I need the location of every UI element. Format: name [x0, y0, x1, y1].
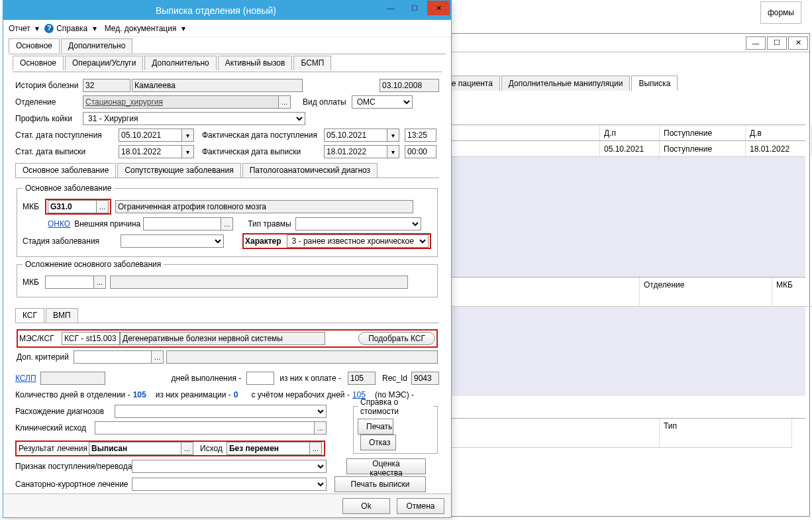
bed-profile-label: Профиль койки: [15, 114, 83, 123]
ext-cause-field[interactable]: [143, 217, 221, 231]
complication-mkb-picker[interactable]: …: [94, 276, 106, 289]
tab-main-top[interactable]: Основное: [9, 38, 60, 53]
tab-additional[interactable]: Дополнительно: [144, 56, 216, 70]
fact-admission-date-picker[interactable]: ▾: [387, 129, 399, 142]
admission-sign-select[interactable]: [132, 460, 327, 473]
tab-bsmp[interactable]: БСМП: [293, 56, 331, 70]
days-dept-label: Количество дней в отделении -: [15, 390, 130, 399]
cost-print-button[interactable]: Печать: [358, 419, 393, 435]
quality-button[interactable]: Оценка качества: [346, 458, 426, 474]
days-exec-label: дней выполнения -: [172, 374, 242, 383]
ksg-desc-field: [120, 332, 325, 345]
department-picker-button[interactable]: …: [279, 95, 291, 109]
dialog-title: Выписка отделения (новый): [156, 5, 276, 16]
dialog-minimize-button[interactable]: —: [380, 1, 402, 15]
outcome-label: Исход: [200, 444, 223, 453]
tab-vmp[interactable]: ВМП: [46, 308, 78, 323]
clinical-outcome-field[interactable]: [95, 421, 315, 435]
paytype-select[interactable]: ОМС: [352, 95, 413, 109]
injury-type-select[interactable]: [295, 217, 421, 231]
stat-discharge-date[interactable]: [119, 145, 182, 158]
tab-main[interactable]: Основное: [13, 56, 64, 70]
recid-label: Rec_Id: [382, 374, 407, 383]
dialog-footer: Ok Отмена: [3, 494, 451, 517]
mkb-code-field[interactable]: [48, 200, 97, 213]
recid-field: [411, 372, 439, 385]
paytype-label: Вид оплаты: [303, 97, 346, 107]
fact-discharge-date[interactable]: [324, 145, 387, 158]
menu-meddoc[interactable]: Мед. документация ▾: [105, 24, 185, 33]
history-label: История болезни: [15, 81, 83, 90]
outcome-picker-button[interactable]: …: [310, 442, 322, 455]
tab-additional-top[interactable]: Дополнительно: [61, 38, 132, 53]
sanatory-select[interactable]: [132, 478, 327, 491]
bg-toolbar-forms-button[interactable]: формы: [760, 1, 801, 24]
bg-close-button[interactable]: ✕: [788, 36, 808, 50]
tab-main-diagnosis[interactable]: Основное заболевание: [15, 163, 116, 178]
rean-label: из них реанимации -: [156, 390, 231, 399]
ksg-highlight: МЭС/КСГ Подобрать КСГ: [17, 329, 438, 348]
admission-sign-label: Признак поступления/перевода: [15, 462, 132, 471]
cost-legend: Справка о стоимости: [358, 397, 433, 416]
stat-admission-date[interactable]: [119, 129, 182, 142]
rean-value: 0: [234, 390, 238, 399]
tab-comorbid[interactable]: Сопутствующие заболевания: [117, 163, 240, 178]
discharge-dialog: Выписка отделения (новый) — ☐ ✕ Отчет ▾ …: [3, 0, 452, 518]
menu-help[interactable]: Справка ▾: [56, 24, 96, 33]
disease-stage-select[interactable]: [121, 234, 224, 248]
tab-ksg[interactable]: КСГ: [15, 308, 44, 323]
print-discharge-button[interactable]: Печать выписки: [334, 476, 426, 492]
ext-cause-label: Внешняя причина: [74, 219, 140, 229]
department-field[interactable]: [83, 95, 279, 109]
fact-admission-time[interactable]: [405, 129, 436, 142]
bg-minimize-button[interactable]: —: [746, 36, 766, 50]
stat-discharge-label: Стат. дата выписки: [15, 147, 119, 156]
onko-link[interactable]: ОНКО: [48, 219, 70, 229]
clinical-outcome-picker[interactable]: …: [315, 421, 327, 435]
dialog-titlebar[interactable]: Выписка отделения (новый) — ☐ ✕: [3, 1, 451, 20]
fact-discharge-date-picker[interactable]: ▾: [387, 145, 399, 158]
stat-admission-label: Стат. дата поступления: [15, 130, 119, 140]
divergence-select[interactable]: [115, 405, 327, 418]
mkb-highlight: …: [45, 199, 111, 215]
menu-report[interactable]: Отчет ▾: [9, 24, 39, 33]
tab-pathology[interactable]: Патологоанатомический диагноз: [242, 163, 378, 178]
mkb-picker-button[interactable]: …: [97, 200, 109, 213]
tab-operations[interactable]: Операции/Услуги: [65, 56, 143, 70]
complication-mkb-field[interactable]: [45, 276, 94, 289]
department-label: Отделение: [15, 97, 83, 107]
ext-cause-picker-button[interactable]: …: [221, 217, 233, 231]
bg-maximize-button[interactable]: ☐: [767, 36, 787, 50]
result-field[interactable]: [89, 442, 181, 455]
ksg-code-field[interactable]: [62, 332, 120, 345]
dialog-close-button[interactable]: ✕: [427, 1, 450, 15]
cancel-button[interactable]: Отмена: [397, 498, 444, 514]
character-select[interactable]: 3 - ранее известное хроническое: [287, 234, 429, 248]
birthdate-field: [380, 79, 439, 92]
extra-criterion-desc-field: [166, 350, 438, 364]
fact-discharge-time[interactable]: [405, 145, 436, 158]
extra-criterion-field[interactable]: [74, 350, 152, 364]
kslp-link[interactable]: КСЛП: [15, 374, 36, 383]
nonwork-label: с учётом нерабочих дней -: [251, 390, 349, 399]
bg-tab-manip[interactable]: Дополнительные манипуляции: [501, 76, 631, 91]
stat-discharge-date-picker[interactable]: ▾: [182, 145, 194, 158]
dialog-maximize-button[interactable]: ☐: [403, 1, 426, 15]
bg-tab-discharge[interactable]: Выписка: [631, 76, 678, 91]
sanatory-label: Санаторно-курортное лечение: [15, 480, 132, 489]
extra-criterion-picker[interactable]: …: [152, 350, 164, 364]
bed-profile-select[interactable]: 31 - Хирургия: [83, 112, 305, 125]
ok-button[interactable]: Ok: [342, 498, 390, 514]
select-ksg-button[interactable]: Подобрать КСГ: [358, 332, 435, 345]
stat-admission-date-picker[interactable]: ▾: [182, 129, 194, 142]
result-picker-button[interactable]: …: [181, 442, 193, 455]
cost-refuse-button[interactable]: Отказ: [360, 435, 396, 450]
character-label: Характер: [245, 236, 281, 246]
tab-active-call[interactable]: Активный вызов: [218, 56, 293, 70]
days-pay-label: из них к оплате -: [279, 374, 341, 383]
fact-admission-date[interactable]: [324, 129, 387, 142]
history-number-field: [83, 79, 130, 92]
complication-desc-field: [110, 276, 408, 289]
days-exec-field[interactable]: [246, 372, 274, 385]
outcome-field[interactable]: [227, 442, 310, 455]
